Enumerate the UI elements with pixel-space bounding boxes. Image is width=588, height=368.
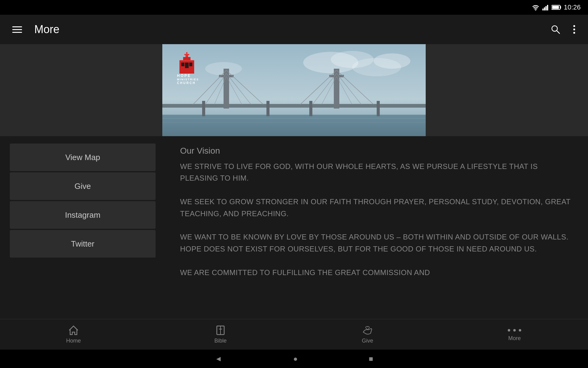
twitter-button[interactable]: Twitter xyxy=(10,230,156,258)
svg-rect-41 xyxy=(309,101,312,116)
svg-rect-49 xyxy=(189,63,192,66)
page-title: More xyxy=(34,23,538,36)
svg-rect-42 xyxy=(377,101,380,116)
app-bar-actions xyxy=(548,22,578,37)
nav-more-label: More xyxy=(508,335,521,342)
svg-rect-4 xyxy=(547,5,548,10)
svg-point-17 xyxy=(374,53,410,69)
svg-rect-6 xyxy=(560,6,561,9)
svg-point-58 xyxy=(519,329,521,332)
search-icon xyxy=(551,25,560,34)
overflow-icon xyxy=(573,25,576,34)
android-nav-bar: ◄ ● ■ xyxy=(0,350,588,368)
svg-rect-50 xyxy=(185,63,189,68)
search-button[interactable] xyxy=(548,22,563,37)
svg-point-12 xyxy=(573,32,575,34)
logo-overlay: HOPE MINISTRIES CHURCH xyxy=(177,52,199,85)
nav-home-label: Home xyxy=(66,338,81,344)
give-icon xyxy=(362,325,373,336)
bible-icon xyxy=(215,325,226,336)
home-hardware-button[interactable]: ● xyxy=(288,352,303,366)
hope-logo-icon xyxy=(177,52,197,74)
svg-rect-51 xyxy=(179,60,194,61)
bottom-nav: Home Bible Give More xyxy=(0,319,588,350)
hope-logo-text: HOPE MINISTRIES CHURCH xyxy=(177,74,199,85)
hero-image: HOPE MINISTRIES CHURCH xyxy=(162,44,426,136)
svg-point-57 xyxy=(513,329,516,332)
svg-rect-3 xyxy=(545,6,547,10)
status-bar: 10:26 xyxy=(0,0,588,15)
status-icons: 10:26 xyxy=(531,3,581,11)
more-icon xyxy=(507,327,522,333)
svg-rect-48 xyxy=(181,63,184,66)
svg-rect-19 xyxy=(162,115,426,136)
svg-line-9 xyxy=(557,31,560,33)
view-map-button[interactable]: View Map xyxy=(10,144,156,171)
svg-rect-22 xyxy=(162,104,426,108)
main-content: HOPE MINISTRIES CHURCH View Map Give Ins… xyxy=(0,44,588,319)
signal-icon xyxy=(542,4,549,10)
content-area: View Map Give Instagram Twitter Our Visi… xyxy=(0,136,588,319)
svg-point-11 xyxy=(573,29,575,30)
status-time: 10:26 xyxy=(564,3,581,11)
left-panel: View Map Give Instagram Twitter xyxy=(0,136,165,319)
svg-point-0 xyxy=(535,10,536,10)
svg-rect-7 xyxy=(552,6,559,9)
nav-bible-label: Bible xyxy=(214,338,227,344)
svg-rect-47 xyxy=(184,54,189,55)
nav-more[interactable]: More xyxy=(441,319,588,350)
right-panel: Our Vision WE STRIVE TO LIVE FOR GOD, WI… xyxy=(165,136,588,319)
menu-button[interactable] xyxy=(10,24,24,35)
overflow-menu-button[interactable] xyxy=(570,22,578,37)
svg-point-10 xyxy=(573,25,575,27)
home-icon xyxy=(68,325,79,336)
svg-rect-25 xyxy=(334,69,339,109)
nav-give-label: Give xyxy=(362,338,373,344)
vision-text: WE STRIVE TO LIVE FOR GOD, WITH OUR WHOL… xyxy=(180,161,573,278)
hamburger-line-2 xyxy=(12,29,22,30)
hero-container: HOPE MINISTRIES CHURCH xyxy=(0,44,588,136)
svg-point-56 xyxy=(508,329,510,332)
hamburger-line-3 xyxy=(12,32,22,33)
nav-bible[interactable]: Bible xyxy=(147,319,294,350)
wifi-icon xyxy=(531,4,540,10)
svg-rect-1 xyxy=(542,9,544,10)
give-button[interactable]: Give xyxy=(10,172,156,200)
svg-rect-39 xyxy=(202,101,205,116)
recent-apps-button[interactable]: ■ xyxy=(364,352,378,366)
app-bar: More xyxy=(0,15,588,44)
vision-title: Our Vision xyxy=(180,146,573,156)
bridge-svg xyxy=(162,44,426,136)
nav-give[interactable]: Give xyxy=(294,319,441,350)
hamburger-line-1 xyxy=(12,26,22,27)
instagram-button[interactable]: Instagram xyxy=(10,201,156,229)
back-button[interactable]: ◄ xyxy=(210,352,227,366)
nav-home[interactable]: Home xyxy=(0,319,147,350)
battery-icon xyxy=(552,5,561,10)
svg-rect-2 xyxy=(544,7,545,10)
svg-rect-40 xyxy=(266,101,270,116)
svg-rect-23 xyxy=(224,69,229,109)
